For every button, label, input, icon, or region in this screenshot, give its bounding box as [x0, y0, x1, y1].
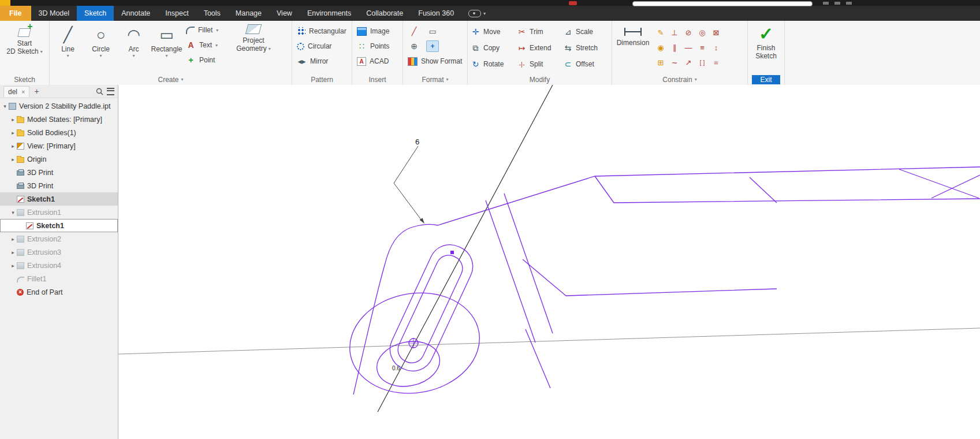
trim-button[interactable]: ✂ Trim [514, 27, 560, 36]
line-tool-button[interactable]: ╱ Line ▾ [52, 23, 84, 58]
tree-item-3d-print-1[interactable]: 3D Print [0, 166, 118, 179]
mirror-button[interactable]: ◂▸ Mirror [295, 54, 349, 69]
sketch-edge-upper[interactable] [595, 176, 980, 203]
expand-icon[interactable]: ▸ [10, 130, 16, 136]
panel-label-constrain[interactable]: Constrain ▾ [612, 74, 747, 85]
fillet-tool-button[interactable]: Fillet ▾ [184, 23, 234, 38]
text-tool-button[interactable]: A Text ▾ [184, 38, 234, 53]
tree-item-part[interactable]: ▾ Version 2 Stability Paddle.ipt [0, 99, 118, 113]
constraint-parallel-button[interactable]: ∥ [668, 40, 681, 55]
constraint-smooth-button[interactable]: ∼ [668, 55, 681, 70]
tree-item-extrusion1[interactable]: ▾ Extrusion1 [0, 206, 118, 219]
expand-icon[interactable]: ▸ [10, 250, 16, 255]
arc-tool-button[interactable]: ◠ Arc ▾ [118, 23, 150, 58]
tab-file[interactable]: File [0, 6, 31, 21]
tree-item-extrusion2[interactable]: ▸ Extrusion2 [0, 232, 118, 245]
tree-item-origin[interactable]: ▸ Origin [0, 152, 118, 166]
tab-collaborate[interactable]: Collaborate [359, 6, 411, 21]
centerline-button[interactable]: ⊕ [408, 40, 420, 52]
sketch-canvas[interactable]: 6 0.6 [118, 85, 980, 439]
slot-inner[interactable] [394, 251, 467, 367]
auto-dimension-button[interactable]: ✎ [654, 25, 668, 40]
tab-3d-model[interactable]: 3D Model [31, 6, 77, 21]
sketch-diagonal-1[interactable] [486, 200, 535, 343]
show-format-button[interactable]: Show Format [405, 54, 465, 69]
ellipse-inner[interactable] [372, 336, 444, 392]
sketch-edge-lower[interactable] [523, 259, 777, 296]
sketch-viewport[interactable]: 6 0.6 [118, 85, 980, 439]
axis-line[interactable] [378, 85, 553, 412]
expand-icon[interactable]: ▸ [10, 117, 16, 122]
quick-search-input[interactable] [632, 1, 813, 6]
tab-inspect[interactable]: Inspect [158, 6, 196, 21]
tab-fusion-360[interactable]: Fusion 360 [411, 6, 461, 21]
rectangular-pattern-button[interactable]: Rectangular [295, 24, 349, 39]
expand-icon[interactable]: ▾ [2, 103, 8, 109]
reference-line[interactable] [118, 328, 980, 354]
stretch-button[interactable]: ⇆ Stretch [560, 43, 606, 53]
expand-icon[interactable]: ▸ [10, 236, 16, 242]
tab-manage[interactable]: Manage [228, 6, 269, 21]
constraint-tangent-button[interactable]: ⊘ [681, 25, 695, 40]
constraint-symmetric-button[interactable]: ≡ [695, 40, 709, 55]
dimension-leader[interactable] [394, 146, 423, 222]
expand-icon[interactable]: ▸ [10, 157, 16, 162]
titlebar-button[interactable] [823, 2, 829, 5]
tree-item-fillet1[interactable]: Fillet1 [0, 272, 118, 285]
add-tab-button[interactable]: + [33, 87, 40, 96]
copy-button[interactable]: ⧉ Copy [468, 43, 514, 53]
search-icon[interactable] [96, 88, 103, 95]
panel-label-create[interactable]: Create ▾ [50, 74, 292, 85]
sketch-diagonal-2[interactable] [504, 194, 553, 333]
tree-item-3d-print-2[interactable]: 3D Print [0, 179, 118, 192]
start-2d-sketch-button[interactable]: Start 2D Sketch ▾ [3, 23, 47, 55]
tab-environments[interactable]: Environments [300, 6, 359, 21]
expand-icon[interactable]: ▸ [10, 143, 16, 149]
tree-item-sketch1[interactable]: Sketch1 [0, 192, 118, 206]
center-point-button[interactable]: + [426, 40, 439, 52]
tree-item-extrusion4[interactable]: ▸ Extrusion4 [0, 259, 118, 272]
sketch-right-diagonal-2[interactable] [899, 169, 979, 198]
finish-sketch-button[interactable]: ✓ Finish Sketch [750, 23, 782, 60]
constraint-fix-button[interactable]: [ ] [695, 55, 709, 70]
tree-item-sketch1-nested[interactable]: Sketch1 [0, 219, 118, 232]
sketch-right-diagonal-1[interactable] [750, 177, 777, 203]
panel-label-format[interactable]: Format ▾ [403, 74, 467, 85]
tree-item-view[interactable]: ▸ View: [Primary] [0, 139, 118, 152]
import-points-button[interactable]: ∷ Points [355, 39, 400, 54]
constraint-collinear-button[interactable]: ↗ [681, 55, 695, 70]
circle-tool-button[interactable]: ○ Circle ▾ [85, 23, 117, 58]
browser-menu-icon[interactable] [107, 88, 114, 95]
expand-icon[interactable]: ▾ [10, 210, 16, 215]
constraint-vertical-button[interactable]: ↕ [709, 40, 723, 55]
tree-item-end-of-part[interactable]: End of Part [0, 285, 118, 299]
tree-item-extrusion3[interactable]: ▸ Extrusion3 [0, 245, 118, 259]
close-tab-icon[interactable]: × [21, 88, 25, 95]
driven-dimension-button[interactable]: ▭ [426, 25, 439, 37]
tree-item-solid-bodies[interactable]: ▸ Solid Bodies(1) [0, 126, 118, 139]
constraint-perpendicular-button[interactable]: ⊥ [668, 25, 681, 40]
browser-tab-model[interactable]: del × [3, 86, 29, 97]
expand-icon[interactable]: ▸ [10, 263, 16, 269]
sketch-right-diagonal-3[interactable] [931, 175, 980, 198]
tab-tools[interactable]: Tools [196, 6, 228, 21]
point-tool-button[interactable]: + Point [184, 53, 234, 68]
constraint-horizontal-button[interactable]: — [681, 40, 695, 55]
dimension-button[interactable]: Dimension [614, 23, 651, 47]
titlebar-button[interactable] [846, 2, 852, 5]
tab-annotate[interactable]: Annotate [114, 6, 158, 21]
slot-dimension-text[interactable]: 0.6 [392, 365, 400, 371]
screencast-button[interactable]: ▾ [461, 6, 493, 21]
app-logo[interactable] [0, 0, 10, 6]
offset-button[interactable]: ⊂ Offset [560, 59, 606, 69]
constraint-equal-button[interactable]: = [709, 55, 723, 70]
alert-icon[interactable] [569, 1, 577, 5]
construction-line-button[interactable]: ╱ [408, 25, 420, 37]
project-geometry-button[interactable]: Project Geometry ▾ [236, 23, 271, 53]
sketch-outline[interactable] [353, 167, 980, 395]
dimension-text[interactable]: 6 [415, 137, 419, 146]
titlebar-button[interactable] [834, 2, 840, 5]
rectangle-tool-button[interactable]: ▭ Rectangle ▾ [151, 23, 182, 58]
constraint-concentric-button[interactable]: ◎ [695, 25, 709, 40]
extend-button[interactable]: ↦ Extend [514, 43, 560, 53]
